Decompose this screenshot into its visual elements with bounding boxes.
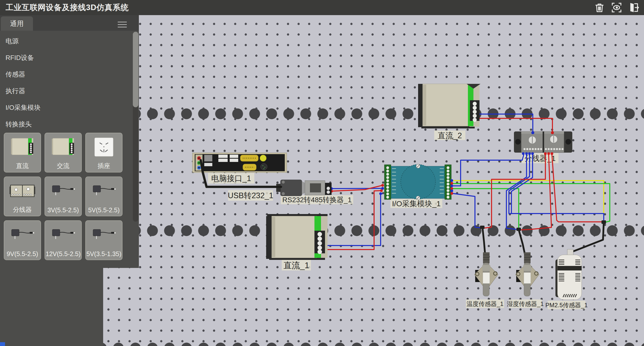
device-card-ac[interactable]: 交流	[45, 133, 82, 172]
app-title: 工业互联网设备及接线3D仿真系统	[6, 2, 129, 13]
view-focus-icon[interactable]	[611, 2, 622, 13]
device-splitter[interactable]	[514, 131, 572, 155]
device-card-3v[interactable]: 3V(5.5-2.5)	[45, 177, 82, 216]
device-palette: 直流交流插座分线器3V(5.5-2.5)5V(5.5-2.5)9V(5.5-2.…	[4, 133, 130, 260]
adapter-icon	[49, 180, 77, 202]
device-card-9v[interactable]: 9V(5.5-2.5)	[4, 220, 41, 260]
tab-general[interactable]: 通用	[1, 16, 33, 31]
label-usb232: USB转232_1	[228, 190, 273, 201]
device-card-label: 9V(5.5-2.5)	[4, 250, 41, 258]
device-card-label: 直流	[4, 162, 41, 170]
trash-icon[interactable]	[594, 2, 605, 13]
bottom-left-marker	[0, 342, 5, 346]
svg-text:直流_2: 直流_2	[438, 131, 462, 140]
menu-icon[interactable]	[118, 22, 127, 29]
label-pc: 电脑接口_1	[208, 173, 254, 184]
label-dc1: 直流_1	[282, 260, 311, 270]
svg-text:RS232转485转换器_1: RS232转485转换器_1	[282, 196, 351, 204]
device-card-5v[interactable]: 5V(5.5-2.5)	[85, 177, 123, 216]
device-card-label: 12V(5.5-2.5)	[45, 250, 81, 258]
label-humid: 湿度传感器_1	[507, 299, 544, 308]
device-card-socket[interactable]: 插座	[85, 133, 123, 172]
device-card-label: 5V(5.5-2.5)	[86, 206, 122, 214]
svg-text:温度传感器_1: 温度传感器_1	[467, 300, 504, 307]
device-card-label: 分线器	[4, 205, 41, 214]
adapter-icon	[9, 224, 36, 246]
device-card-splitter[interactable]: 分线器	[4, 177, 41, 216]
exit-icon[interactable]	[628, 2, 639, 13]
device-dc-power-1[interactable]	[266, 214, 328, 260]
splitter-icon	[9, 180, 36, 202]
tab-strip: 通用	[0, 15, 139, 31]
svg-text:直流_1: 直流_1	[284, 261, 309, 270]
sidebar-item-adapter[interactable]: 转换接头	[0, 116, 139, 132]
svg-text:湿度传感器_1: 湿度传感器_1	[507, 300, 544, 307]
label-temp: 温度传感器_1	[466, 299, 504, 308]
scrollbar-thumb[interactable]	[133, 32, 138, 107]
sidebar-item-actuator[interactable]: 执行器	[0, 83, 139, 99]
adapter-icon	[49, 224, 77, 246]
device-card-label: 5V(3.5-1.35)	[86, 250, 122, 258]
adapter-icon	[90, 180, 118, 202]
category-menu: 电源RFID设备传感器执行器I/O采集模块转换接头	[0, 31, 139, 132]
psu-icon	[49, 136, 77, 158]
sidebar-item-power[interactable]: 电源	[0, 33, 139, 49]
device-pm25-sensor[interactable]	[555, 249, 582, 300]
adapter-icon	[90, 224, 118, 246]
label-rs232485: RS232转485转换器_1	[281, 195, 353, 204]
sidebar-item-sensor[interactable]: 传感器	[0, 66, 139, 83]
device-card-dc[interactable]: 直流	[4, 133, 41, 172]
label-dc2: 直流_2	[434, 130, 465, 140]
sidebar-panel: 通用 电源RFID设备传感器执行器I/O采集模块转换接头 直流交流插座分线器3V…	[0, 15, 139, 268]
title-bar: 工业互联网设备及接线3D仿真系统	[0, 0, 644, 15]
svg-text:PM2.5传感器_1: PM2.5传感器_1	[545, 302, 588, 308]
scrollbar-track[interactable]	[133, 32, 138, 222]
device-card-label: 插座	[86, 162, 122, 170]
device-card-label: 3V(5.5-2.5)	[45, 206, 81, 214]
wire-blue-rs485-io	[332, 188, 382, 189]
svg-text:I/O采集模块_1: I/O采集模块_1	[392, 199, 440, 208]
sidebar-item-rfid[interactable]: RFID设备	[0, 49, 139, 66]
device-dc-power-2[interactable]	[418, 84, 480, 128]
device-io-module[interactable]	[379, 164, 453, 200]
svg-text:电脑接口_1: 电脑接口_1	[211, 174, 251, 183]
device-pc-panel[interactable]	[192, 153, 287, 172]
label-pm25: PM2.5传感器_1	[545, 301, 588, 309]
label-iomodule: I/O采集模块_1	[390, 199, 442, 208]
sidebar-item-io-module[interactable]: I/O采集模块	[0, 99, 139, 116]
device-card-label: 交流	[45, 162, 81, 170]
device-card-5vs[interactable]: 5V(3.5-1.35)	[85, 220, 123, 260]
device-card-12v[interactable]: 12V(5.5-2.5)	[45, 220, 82, 260]
socket-icon	[90, 136, 118, 158]
psu-icon	[9, 136, 36, 158]
svg-text:USB转232_1: USB转232_1	[228, 191, 273, 200]
